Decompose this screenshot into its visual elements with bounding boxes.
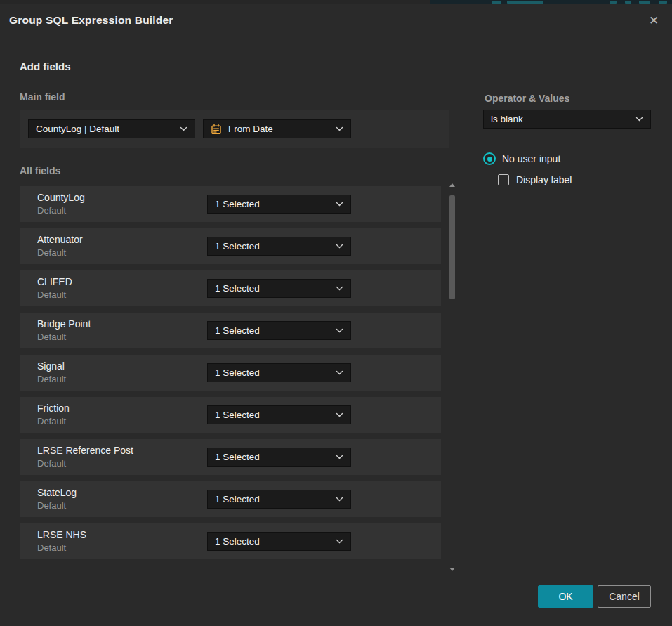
all-fields-rows: CountyLog Default 1 Selected Attenuator … (20, 186, 441, 566)
field-name: Friction (37, 403, 70, 414)
field-name: StateLog (37, 487, 77, 498)
field-selection-value: 1 Selected (215, 241, 260, 252)
field-selection-select[interactable]: 1 Selected (207, 532, 351, 551)
main-field-panel: CountyLog | Default (20, 110, 449, 148)
ok-button[interactable]: OK (538, 585, 593, 608)
field-row: Attenuator Default 1 Selected (20, 228, 441, 264)
chevron-down-icon (336, 286, 343, 291)
field-alias: Default (37, 205, 66, 216)
screen: Group SQL Expression Builder ✕ Add field… (0, 0, 672, 626)
dialog-title: Group SQL Expression Builder (9, 4, 173, 37)
no-user-input-radio[interactable]: No user input (483, 152, 560, 165)
field-selection-value: 1 Selected (215, 536, 260, 547)
chevron-down-icon (336, 126, 343, 131)
scroll-down-icon[interactable] (449, 568, 455, 571)
group-sql-expression-builder-dialog: Group SQL Expression Builder ✕ Add field… (0, 4, 672, 626)
chevron-down-icon (336, 455, 343, 459)
main-field-field-value: From Date (228, 124, 273, 134)
field-row: CountyLog Default 1 Selected (20, 186, 441, 222)
chevron-down-icon (336, 202, 343, 207)
close-icon[interactable]: ✕ (645, 11, 663, 30)
all-fields-label: All fields (20, 165, 60, 176)
chevron-down-icon (336, 244, 343, 249)
chevron-down-icon (180, 126, 187, 131)
field-row: Signal Default 1 Selected (20, 355, 441, 391)
field-alias: Default (37, 332, 66, 342)
radio-selected-icon (483, 152, 496, 165)
chevron-down-icon (336, 412, 343, 417)
operator-value: is blank (491, 114, 523, 124)
field-selection-value: 1 Selected (215, 367, 260, 378)
main-field-field-select[interactable]: From Date (203, 119, 351, 138)
operator-select[interactable]: is blank (483, 110, 651, 129)
field-selection-select[interactable]: 1 Selected (207, 490, 351, 509)
field-selection-select[interactable]: 1 Selected (207, 237, 351, 256)
field-selection-select[interactable]: 1 Selected (207, 363, 351, 382)
field-name: CountyLog (37, 192, 85, 203)
panel-divider (466, 90, 466, 562)
field-selection-select[interactable]: 1 Selected (207, 321, 351, 340)
field-selection-select[interactable]: 1 Selected (207, 448, 351, 467)
field-row: Friction Default 1 Selected (20, 397, 441, 433)
field-name: Bridge Point (37, 318, 91, 330)
field-alias: Default (37, 416, 66, 426)
operator-values-label: Operator & Values (485, 93, 569, 104)
chevron-down-icon (336, 539, 343, 544)
chevron-down-icon (336, 497, 343, 502)
field-name: Signal (37, 360, 65, 372)
field-alias: Default (37, 458, 66, 469)
checkbox-unchecked-icon (498, 174, 509, 185)
calendar-date-icon (211, 124, 222, 135)
chevron-down-icon (336, 328, 343, 333)
field-row: LRSE Reference Post Default 1 Selected (20, 439, 441, 475)
field-selection-value: 1 Selected (215, 283, 260, 294)
add-fields-heading: Add fields (20, 60, 71, 72)
field-alias: Default (37, 289, 66, 300)
field-name: LRSE NHS (37, 529, 86, 540)
field-alias: Default (37, 500, 66, 511)
field-row: StateLog Default 1 Selected (20, 481, 441, 517)
scrollbar-thumb[interactable] (449, 195, 455, 299)
main-field-label: Main field (20, 91, 65, 103)
field-row: LRSE NHS Default 1 Selected (20, 523, 441, 559)
field-row: CLIFED Default 1 Selected (20, 270, 441, 306)
field-selection-value: 1 Selected (215, 199, 260, 209)
field-alias: Default (37, 374, 66, 384)
field-selection-value: 1 Selected (215, 410, 260, 420)
chevron-down-icon (635, 117, 643, 122)
field-selection-value: 1 Selected (215, 494, 260, 504)
no-user-input-label: No user input (502, 153, 560, 164)
main-field-source-value: CountyLog | Default (36, 124, 119, 134)
display-label-label: Display label (516, 174, 572, 185)
main-field-source-select[interactable]: CountyLog | Default (28, 119, 195, 138)
field-selection-value: 1 Selected (215, 325, 260, 336)
dialog-titlebar: Group SQL Expression Builder ✕ (0, 4, 672, 37)
field-name: Attenuator (37, 234, 83, 245)
cancel-button[interactable]: Cancel (598, 585, 651, 608)
field-selection-value: 1 Selected (215, 452, 260, 462)
field-name: LRSE Reference Post (37, 445, 133, 456)
field-alias: Default (37, 542, 66, 553)
field-selection-select[interactable]: 1 Selected (207, 279, 351, 298)
field-name: CLIFED (37, 276, 72, 287)
display-label-checkbox[interactable]: Display label (498, 174, 572, 185)
list-scrollbar (449, 181, 456, 573)
field-selection-select[interactable]: 1 Selected (207, 195, 351, 214)
field-selection-select[interactable]: 1 Selected (207, 405, 351, 424)
field-row: Bridge Point Default 1 Selected (20, 313, 441, 348)
chevron-down-icon (336, 370, 343, 375)
field-alias: Default (37, 247, 66, 258)
scroll-up-icon[interactable] (449, 183, 455, 187)
